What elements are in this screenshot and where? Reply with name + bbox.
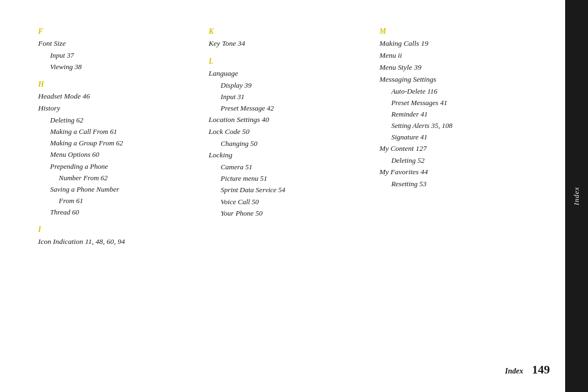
page: Index FFont SizeInput 37Viewing 38HHeads…	[0, 0, 588, 392]
section-M: MMaking Calls 19Menu iiMenu Style 39Mess…	[379, 27, 539, 190]
index-entry: Thread 60	[38, 207, 198, 218]
index-entry: Location Settings 40	[209, 114, 368, 126]
section-H: HHeadset Mode 46HistoryDeleting 62Making…	[38, 80, 198, 218]
index-entry: Auto-Delete 116	[379, 86, 539, 97]
footer-label: Index	[505, 367, 523, 376]
section-letter-L: L	[209, 57, 368, 66]
index-entry: Deleting 52	[379, 155, 539, 166]
index-entry: Display 39	[209, 80, 368, 91]
index-entry: My Content 127	[379, 143, 539, 155]
index-entry: Making a Call From 61	[38, 126, 198, 137]
index-entry: Making a Group From 62	[38, 138, 198, 149]
index-entry: Menu ii	[379, 50, 539, 62]
index-entry: Sprint Data Service 54	[209, 185, 368, 195]
footer: Index 149	[505, 363, 550, 377]
index-entry: From 61	[38, 195, 198, 206]
index-entry: Icon Indication 11, 48, 60, 94	[38, 236, 198, 248]
section-K: KKey Tone 34	[209, 27, 368, 50]
index-entry: Menu Options 60	[38, 149, 198, 160]
index-entry: Messaging Settings	[379, 74, 539, 85]
index-entry: Voice Call 50	[209, 197, 368, 207]
footer-page: 149	[532, 363, 550, 377]
index-entry: Locking	[209, 150, 368, 161]
column-2: KKey Tone 34LLanguageDisplay 39Input 31P…	[209, 27, 379, 343]
index-entry: Viewing 38	[38, 62, 198, 72]
column-3: MMaking Calls 19Menu iiMenu Style 39Mess…	[379, 27, 550, 343]
index-entry: Key Tone 34	[209, 38, 368, 50]
index-entry: Deleting 62	[38, 115, 198, 126]
index-entry: Your Phone 50	[209, 208, 368, 219]
index-entry: History	[38, 103, 198, 114]
index-entry: My Favorites 44	[379, 167, 539, 178]
index-entry: Camera 51	[209, 162, 368, 173]
index-entry: Headset Mode 46	[38, 91, 198, 102]
index-entry: Saving a Phone Number	[38, 184, 198, 195]
index-entry: Number From 62	[38, 173, 198, 183]
index-entry: Changing 50	[209, 138, 368, 149]
section-letter-M: M	[379, 27, 539, 36]
index-entry: Reminder 41	[379, 109, 539, 120]
section-letter-K: K	[209, 27, 368, 36]
sidebar-label: Index	[572, 187, 581, 205]
index-entry: Preset Messages 41	[379, 97, 539, 108]
sidebar-tab: Index	[565, 0, 588, 392]
index-entry: Menu Style 39	[379, 62, 539, 74]
index-entry: Setting Alerts 35, 108	[379, 120, 539, 131]
index-entry: Prepending a Phone	[38, 161, 198, 172]
index-entry: Input 37	[38, 50, 198, 61]
section-L: LLanguageDisplay 39Input 31Preset Messag…	[209, 57, 368, 219]
section-letter-I: I	[38, 225, 198, 234]
content-area: FFont SizeInput 37Viewing 38HHeadset Mod…	[38, 27, 550, 343]
index-entry: Preset Message 42	[209, 103, 368, 114]
index-entry: Signature 41	[379, 132, 539, 143]
index-entry: Font Size	[38, 38, 198, 50]
index-entry: Input 31	[209, 91, 368, 102]
index-entry: Picture menu 51	[209, 173, 368, 184]
section-letter-H: H	[38, 80, 198, 89]
index-entry: Language	[209, 68, 368, 79]
index-entry: Resetting 53	[379, 179, 539, 189]
column-1: FFont SizeInput 37Viewing 38HHeadset Mod…	[38, 27, 209, 343]
section-F: FFont SizeInput 37Viewing 38	[38, 27, 198, 72]
index-entry: Making Calls 19	[379, 38, 539, 50]
section-letter-F: F	[38, 27, 198, 36]
index-entry: Lock Code 50	[209, 126, 368, 138]
section-I: IIcon Indication 11, 48, 60, 94	[38, 225, 198, 248]
